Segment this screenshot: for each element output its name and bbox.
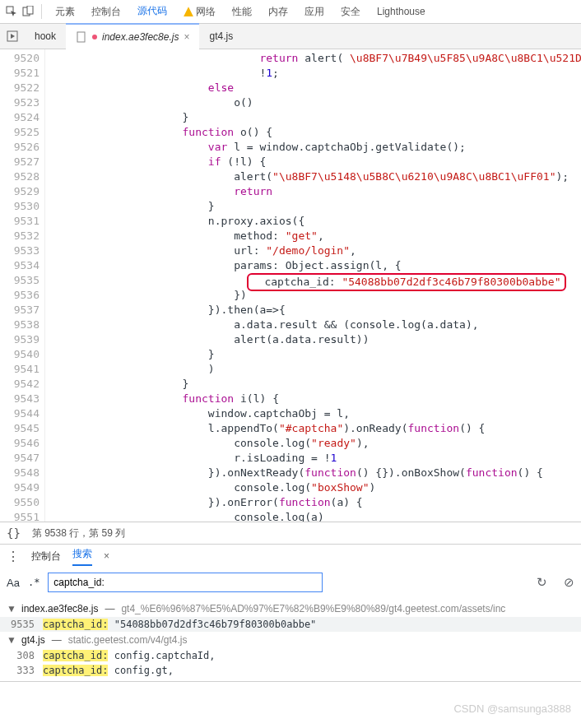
- inspect-icon[interactable]: [5, 5, 18, 18]
- device-toggle-icon[interactable]: [21, 5, 35, 18]
- result-line[interactable]: 9535captcha_id: "54088bb07d2df3c46b79f80…: [0, 617, 581, 632]
- file-tab-index[interactable]: index.ae3fec8e.js ×: [66, 23, 199, 49]
- cursor-position: 第 9538 行，第 59 列: [32, 526, 125, 540]
- drawer-tabs: ⋮ 控制台 搜索 ×: [0, 545, 581, 568]
- source-file-tabs: hook index.ae3fec8e.js × gt4.js: [0, 24, 581, 49]
- tab-lighthouse[interactable]: Lighthouse: [370, 1, 432, 22]
- result-line[interactable]: 333captcha_id: config.gt,: [0, 663, 581, 678]
- devtools-panel-tabs: 元素 控制台 源代码 网络 性能 内存 应用 安全 Lighthouse: [0, 0, 581, 24]
- search-results: ▼index.ae3fec8e.js — gt4_%E6%96%87%E5%AD…: [0, 597, 581, 681]
- modified-dot-icon: [92, 35, 97, 39]
- svg-rect-2: [27, 6, 33, 14]
- more-icon[interactable]: ⋮: [7, 549, 20, 564]
- run-snippet-icon[interactable]: [0, 30, 25, 42]
- regex-toggle[interactable]: .*: [28, 577, 40, 588]
- line-gutter: 9520952195229523952495259526952795289529…: [0, 49, 45, 522]
- file-tab-gt4[interactable]: gt4.js: [199, 24, 243, 49]
- editor-status-bar: {} 第 9538 行，第 59 列: [0, 522, 581, 545]
- search-input[interactable]: [48, 573, 323, 592]
- close-icon[interactable]: ×: [184, 31, 189, 43]
- tab-network[interactable]: 网络: [177, 0, 222, 24]
- close-icon[interactable]: ×: [104, 550, 109, 562]
- js-file-icon: [76, 31, 87, 43]
- code-editor[interactable]: 9520952195229523952495259526952795289529…: [0, 49, 581, 522]
- tab-security[interactable]: 安全: [334, 0, 367, 24]
- svg-rect-4: [77, 32, 85, 42]
- pretty-print-icon[interactable]: {}: [7, 526, 21, 540]
- tab-sources[interactable]: 源代码: [131, 0, 174, 25]
- tab-application[interactable]: 应用: [298, 0, 331, 24]
- tab-memory[interactable]: 内存: [262, 0, 295, 24]
- search-drawer: ⋮ 控制台 搜索 × Aa .* ↻ ⊘ ▼index.ae3fec8e.js …: [0, 545, 581, 682]
- refresh-icon[interactable]: ↻: [537, 575, 547, 590]
- clear-icon[interactable]: ⊘: [564, 575, 574, 590]
- drawer-tab-console[interactable]: 控制台: [31, 549, 61, 563]
- search-controls: Aa .* ↻ ⊘: [0, 568, 581, 597]
- file-tab-hook[interactable]: hook: [25, 24, 66, 49]
- tab-console[interactable]: 控制台: [85, 0, 128, 24]
- warning-icon: [184, 7, 193, 16]
- code-content[interactable]: return alert( \u8BF7\u7B49\u5F85\u9A8C\u…: [45, 49, 581, 522]
- match-case-toggle[interactable]: Aa: [7, 577, 20, 589]
- result-line[interactable]: 308captcha_id: config.captchaId,: [0, 648, 581, 663]
- result-file[interactable]: ▼gt4.js — static.geetest.com/v4/gt4.js: [0, 632, 581, 648]
- result-file[interactable]: ▼index.ae3fec8e.js — gt4_%E6%96%87%E5%AD…: [0, 600, 581, 617]
- drawer-tab-search[interactable]: 搜索: [72, 547, 92, 566]
- tab-performance[interactable]: 性能: [225, 0, 258, 24]
- tab-elements[interactable]: 元素: [49, 0, 81, 24]
